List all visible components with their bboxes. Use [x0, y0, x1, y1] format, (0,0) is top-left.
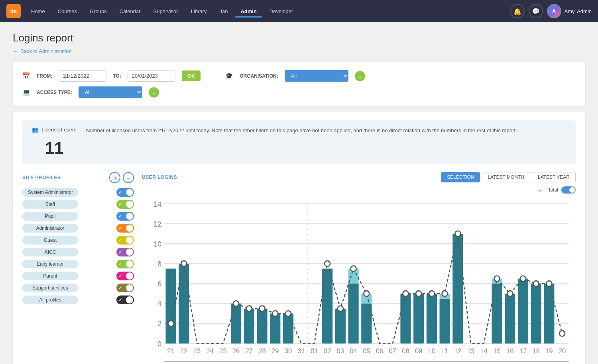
- svg-text:14: 14: [154, 200, 162, 208]
- svg-point-53: [416, 291, 421, 296]
- org-dropdown-btn[interactable]: ⌄: [355, 71, 365, 81]
- toggle-thumb: [126, 189, 133, 196]
- licensed-description: Number of licensed users from 21/12/2022…: [86, 127, 517, 135]
- svg-text:20: 20: [559, 347, 566, 355]
- svg-text:26: 26: [232, 347, 240, 355]
- chart-btn-latest-year[interactable]: LATEST YEAR: [532, 172, 576, 182]
- svg-rect-29: [400, 294, 411, 343]
- notification-bell-icon[interactable]: 🔔: [510, 4, 525, 18]
- licensed-left: 👥 Licensed users 11: [30, 127, 78, 158]
- profile-toggle[interactable]: ✓: [116, 200, 134, 209]
- svg-point-47: [285, 311, 291, 316]
- svg-point-56: [455, 231, 460, 237]
- svg-text:23: 23: [193, 347, 201, 355]
- profile-label: Guest: [22, 236, 78, 245]
- svg-point-48: [325, 261, 330, 266]
- licensed-section: 👥 Licensed users 11 Number of licensed u…: [22, 120, 576, 164]
- total-toggle[interactable]: [561, 186, 576, 194]
- site-profiles-panel: SITE PROFILES % ≡ System Administrator✓S…: [22, 172, 134, 364]
- svg-text:25: 25: [219, 347, 227, 355]
- feedback-icon[interactable]: 💬: [529, 4, 543, 18]
- svg-point-60: [533, 281, 539, 286]
- app-logo[interactable]: its: [6, 4, 21, 18]
- calendar-icon: 📅: [22, 72, 30, 80]
- svg-text:27: 27: [246, 347, 253, 355]
- svg-text:13: 13: [467, 347, 475, 355]
- nav-link-developer[interactable]: Developer: [264, 5, 299, 18]
- profile-toggle[interactable]: ✓: [116, 212, 134, 221]
- nav-link-calendar[interactable]: Calendar: [114, 5, 146, 18]
- profile-row: AICC✓: [22, 248, 134, 256]
- svg-text:6: 6: [157, 280, 161, 288]
- svg-text:08: 08: [402, 347, 409, 355]
- legend-total-label: Total: [548, 187, 558, 193]
- svg-text:15: 15: [493, 347, 501, 355]
- percentage-icon[interactable]: %: [109, 172, 120, 183]
- nav-link-home[interactable]: Home: [26, 5, 51, 18]
- svg-text:22: 22: [180, 347, 188, 355]
- svg-point-57: [494, 276, 500, 282]
- nav-link-jan[interactable]: Jan: [214, 5, 233, 18]
- profile-toggle[interactable]: ✓: [116, 284, 134, 292]
- toggle-thumb: [126, 272, 133, 280]
- nav-link-courses[interactable]: Courses: [52, 5, 83, 18]
- org-select[interactable]: All: [285, 70, 348, 82]
- nav-link-admin[interactable]: Admin: [235, 5, 262, 18]
- svg-point-43: [233, 301, 239, 306]
- org-icon: 🎓: [225, 72, 233, 80]
- svg-text:14: 14: [480, 347, 488, 355]
- profile-label: Early learner: [22, 260, 78, 268]
- chart-btn-latest-month[interactable]: LATEST MONTH: [482, 172, 530, 182]
- svg-text:19: 19: [545, 347, 553, 355]
- page-title: Logins report: [13, 32, 585, 44]
- licensed-label: Licensed users: [41, 127, 76, 133]
- access-type-select[interactable]: All: [79, 86, 142, 98]
- svg-rect-18: [231, 303, 241, 343]
- user-menu[interactable]: A Amy, Admin: [547, 4, 592, 18]
- svg-text:12: 12: [154, 220, 162, 228]
- toggle-thumb: [126, 249, 133, 256]
- from-input[interactable]: [59, 70, 106, 82]
- svg-text:01: 01: [311, 347, 318, 355]
- svg-text:31: 31: [297, 347, 305, 355]
- ok-button[interactable]: OK: [182, 70, 201, 81]
- profile-toggle[interactable]: ✓: [116, 272, 134, 280]
- nav-link-supervisor[interactable]: Supervisor: [148, 5, 184, 18]
- svg-rect-39: [531, 284, 541, 343]
- svg-point-55: [442, 291, 448, 296]
- profile-toggle[interactable]: ✓: [116, 224, 134, 233]
- profile-label: All profiles: [22, 296, 78, 304]
- back-link[interactable]: ← Back to Administration: [13, 48, 585, 54]
- navbar-right: 🔔 💬 A Amy, Admin: [510, 4, 592, 18]
- toggle-thumb: [126, 237, 133, 244]
- profile-toggle[interactable]: ✓: [116, 236, 134, 245]
- profiles-list: System Administrator✓Staff✓Pupil✓Adminis…: [22, 188, 134, 304]
- profile-label: Pupil: [22, 212, 78, 221]
- toggle-thumb: [126, 213, 133, 220]
- svg-text:21: 21: [167, 347, 175, 355]
- users-icon: 👥: [32, 127, 38, 133]
- svg-point-45: [260, 306, 265, 311]
- svg-text:06: 06: [376, 347, 384, 355]
- svg-text:05: 05: [363, 347, 370, 355]
- svg-point-42: [181, 261, 187, 266]
- svg-rect-30: [413, 294, 424, 343]
- svg-point-58: [507, 291, 513, 296]
- profile-toggle[interactable]: ✓: [116, 188, 134, 197]
- page-container: Logins report ← Back to Administration 📅…: [0, 22, 598, 364]
- table-icon[interactable]: ≡: [123, 172, 134, 183]
- svg-text:0: 0: [157, 340, 161, 348]
- nav-link-library[interactable]: Library: [185, 5, 212, 18]
- profile-toggle[interactable]: ✓: [116, 296, 134, 304]
- profile-toggle[interactable]: ✓: [116, 248, 134, 256]
- svg-text:09: 09: [415, 347, 423, 355]
- nav-link-groups[interactable]: Groups: [84, 5, 112, 18]
- to-input[interactable]: [128, 70, 175, 82]
- chart-btn-selection[interactable]: SELECTION: [441, 172, 480, 182]
- svg-text:2: 2: [157, 320, 161, 328]
- svg-point-51: [364, 291, 369, 296]
- access-type-dropdown-btn[interactable]: ⌄: [149, 87, 159, 98]
- svg-text:02: 02: [324, 347, 331, 355]
- svg-text:07: 07: [389, 347, 396, 355]
- profile-toggle[interactable]: ✓: [116, 260, 134, 268]
